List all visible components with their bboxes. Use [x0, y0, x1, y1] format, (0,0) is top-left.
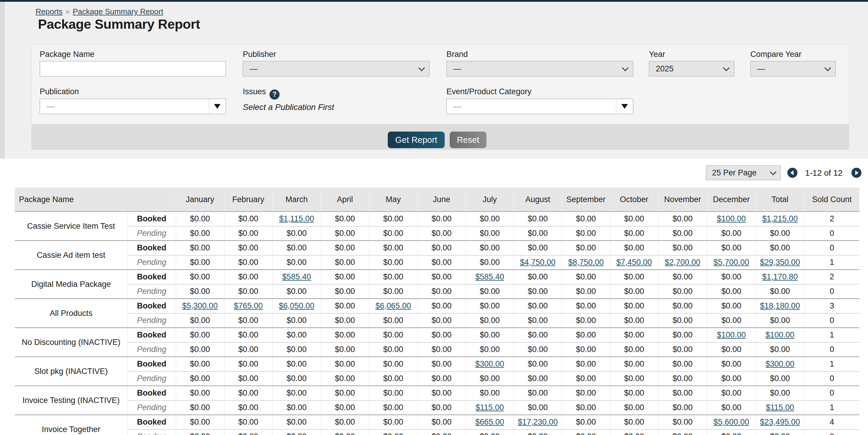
- amount-link[interactable]: $6,065.00: [375, 301, 411, 310]
- event-product-category-dropdown-button[interactable]: [616, 99, 633, 114]
- brand-select[interactable]: —: [446, 61, 633, 76]
- booked-month-cell: $0.00: [562, 328, 610, 342]
- booked-month-cell: $0.00: [224, 357, 273, 371]
- amount-link[interactable]: $300.00: [475, 360, 504, 368]
- amount-link[interactable]: $300.00: [766, 360, 795, 368]
- amount-link[interactable]: $115.00: [766, 403, 794, 412]
- pending-month-cell: $0.00: [224, 371, 273, 386]
- chevron-down-icon: [825, 65, 831, 71]
- booked-month-cell: $0.00: [466, 211, 514, 226]
- chevron-down-icon: [723, 65, 730, 71]
- amount-link[interactable]: $17,230.00: [518, 417, 558, 426]
- amount-link[interactable]: $5,700.00: [714, 258, 749, 267]
- booked-row-label: Booked: [127, 270, 176, 284]
- booked-month-cell: $0.00: [417, 299, 466, 313]
- booked-month-cell: $0.00: [417, 415, 466, 429]
- breadcrumb-separator: »: [65, 7, 70, 16]
- breadcrumb-current-link[interactable]: Package Summary Report: [73, 7, 163, 16]
- amount-link[interactable]: $7,450.00: [616, 258, 652, 267]
- amount-link[interactable]: $100.00: [717, 214, 746, 223]
- previous-page-button[interactable]: [787, 168, 798, 178]
- pending-total-cell: $0.00: [756, 371, 804, 386]
- reset-button[interactable]: Reset: [450, 132, 487, 148]
- amount-link[interactable]: $4,750.00: [520, 258, 556, 267]
- pending-month-cell: $0.00: [514, 342, 562, 357]
- pending-month-cell: $0.00: [417, 255, 466, 270]
- publication-dropdown-button[interactable]: [209, 99, 226, 114]
- package-name-cell: Cassie Ad item test: [15, 241, 127, 270]
- package-name-cell: Digital Media Package: [15, 270, 127, 299]
- pending-sold-count-cell: 0: [804, 429, 859, 435]
- amount-link[interactable]: $29,350.00: [760, 258, 800, 267]
- amount-link[interactable]: $1,215.00: [762, 214, 798, 223]
- amount-link[interactable]: $585.40: [475, 272, 504, 281]
- amount-link[interactable]: $585.40: [282, 272, 311, 281]
- amount-link[interactable]: $115.00: [475, 403, 504, 412]
- booked-month-cell: $0.00: [321, 241, 369, 255]
- amount-link[interactable]: $1,170.80: [762, 272, 798, 281]
- publication-label: Publication: [40, 87, 79, 96]
- package-name-cell: Cassie Service Item Test: [15, 211, 127, 241]
- next-page-button[interactable]: [851, 168, 862, 178]
- pending-month-cell: $0.00: [224, 313, 273, 328]
- booked-month-cell: $0.00: [417, 357, 466, 371]
- booked-month-cell: $0.00: [562, 357, 610, 371]
- booked-month-cell: $0.00: [273, 241, 321, 255]
- booked-sold-count-cell: 1: [804, 328, 859, 342]
- pending-month-cell: $0.00: [321, 342, 369, 357]
- pending-month-cell: $0.00: [273, 313, 321, 328]
- pending-sold-count-cell: 0: [804, 371, 859, 386]
- year-label: Year: [649, 50, 665, 59]
- publication-combobox[interactable]: —: [40, 99, 226, 114]
- breadcrumb-reports-link[interactable]: Reports: [36, 7, 63, 16]
- booked-month-cell: $0.00: [658, 328, 707, 342]
- pending-month-cell: $0.00: [321, 284, 369, 299]
- amount-link[interactable]: $765.00: [234, 301, 263, 310]
- pending-month-cell: $0.00: [417, 371, 466, 386]
- amount-link[interactable]: $5,300.00: [182, 301, 218, 310]
- amount-link[interactable]: $5,600.00: [714, 417, 749, 426]
- pending-month-cell: $0.00: [224, 284, 273, 299]
- year-select[interactable]: 2025: [649, 61, 734, 76]
- publisher-select[interactable]: —: [243, 61, 430, 76]
- compare-year-select[interactable]: —: [750, 61, 836, 76]
- get-report-button[interactable]: Get Report: [388, 132, 445, 148]
- pending-month-cell: $4,750.00: [514, 255, 562, 270]
- booked-month-cell: $0.00: [658, 357, 707, 371]
- booked-month-cell: $0.00: [610, 386, 658, 400]
- amount-link[interactable]: $100.00: [766, 330, 795, 339]
- booked-month-cell: $0.00: [562, 386, 610, 400]
- pending-row-label: Pending: [127, 371, 176, 386]
- amount-link[interactable]: $6,050.00: [279, 301, 314, 310]
- pending-month-cell: $0.00: [466, 226, 514, 241]
- amount-link[interactable]: $18,180.00: [760, 301, 800, 310]
- event-product-category-label: Event/Product Category: [446, 87, 531, 96]
- booked-total-cell: $300.00: [756, 357, 804, 371]
- booked-month-cell: $0.00: [321, 386, 369, 400]
- pending-month-cell: $0.00: [369, 371, 417, 386]
- pending-month-cell: $0.00: [562, 313, 610, 328]
- pending-month-cell: $0.00: [562, 226, 610, 241]
- booked-month-cell: $0.00: [658, 241, 707, 255]
- booked-month-cell: $0.00: [321, 357, 369, 371]
- pending-row-label: Pending: [127, 313, 176, 328]
- event-product-category-value: —: [447, 99, 616, 114]
- next-arrow-icon: [855, 170, 859, 175]
- package-name-input[interactable]: [40, 61, 226, 76]
- package-name-cell: All Products: [15, 299, 127, 328]
- booked-row-label: Booked: [127, 386, 176, 400]
- amount-link[interactable]: $1,115.00: [279, 214, 314, 223]
- pending-total-cell: $0.00: [756, 226, 804, 241]
- amount-link[interactable]: $8,750.00: [568, 258, 603, 267]
- amount-link[interactable]: $23,495.00: [760, 417, 800, 426]
- event-product-category-combobox[interactable]: —: [446, 99, 633, 114]
- per-page-select[interactable]: 25 Per Page: [706, 165, 780, 180]
- booked-month-cell: $0.00: [224, 328, 273, 342]
- amount-link[interactable]: $100.00: [717, 330, 746, 339]
- booked-month-cell: $0.00: [176, 415, 224, 429]
- amount-link[interactable]: $665.00: [475, 417, 504, 426]
- amount-link[interactable]: $2,700.00: [664, 258, 700, 267]
- help-icon[interactable]: ?: [270, 90, 280, 100]
- pending-month-cell: $0.00: [224, 342, 273, 357]
- pending-sold-count-cell: 0: [804, 342, 859, 357]
